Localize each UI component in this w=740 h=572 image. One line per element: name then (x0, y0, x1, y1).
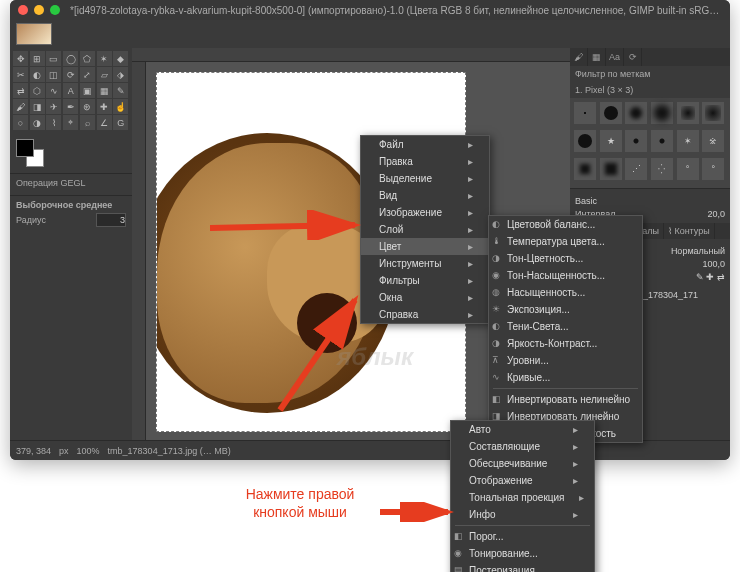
font-tab-icon[interactable]: Aa (606, 48, 624, 66)
menu-levels[interactable]: ⊼Уровни... (489, 352, 642, 369)
tool-scissors[interactable]: ✂ (13, 67, 28, 82)
menu-edit[interactable]: Правка▸ (361, 153, 489, 170)
mode-value[interactable]: Нормальный (671, 246, 725, 256)
history-tab-icon[interactable]: ⟳ (624, 48, 642, 66)
menu-info[interactable]: Инфо▸ (451, 506, 594, 523)
tool-smudge[interactable]: ☝ (113, 99, 128, 114)
tool-warp[interactable]: ∿ (46, 83, 61, 98)
maximize-icon[interactable] (50, 5, 60, 15)
tool-rect-select[interactable]: ▭ (46, 51, 61, 66)
status-zoom[interactable]: 100% (77, 446, 100, 456)
menu-exposure[interactable]: ☀Экспозиция... (489, 301, 642, 318)
menu-posterize[interactable]: ▤Постеризация... (451, 562, 594, 572)
tool-gegl[interactable]: G (113, 115, 128, 130)
menu-help[interactable]: Справка▸ (361, 306, 489, 323)
tool-fuzzy-select[interactable]: ✶ (97, 51, 112, 66)
pattern-tab-icon[interactable]: ▦ (588, 48, 606, 66)
minimize-icon[interactable] (34, 5, 44, 15)
tool-foreground[interactable]: ◐ (30, 67, 45, 82)
brush-item[interactable] (600, 102, 622, 124)
tool-path[interactable]: ⌇ (46, 115, 61, 130)
brush-item[interactable] (677, 102, 699, 124)
menu-tools[interactable]: Инструменты▸ (361, 255, 489, 272)
tool-crop[interactable]: ◫ (46, 67, 61, 82)
tool-zoom[interactable]: ⌕ (80, 115, 95, 130)
tool-measure[interactable]: ∠ (97, 115, 112, 130)
image-tab-thumb[interactable] (16, 23, 52, 45)
tool-flip[interactable]: ⇄ (13, 83, 28, 98)
tool-heal[interactable]: ✚ (97, 99, 112, 114)
tool-airbrush[interactable]: ✈ (46, 99, 61, 114)
tool-gradient[interactable]: ▦ (97, 83, 112, 98)
tool-free-select[interactable]: ⬠ (80, 51, 95, 66)
tool-ink[interactable]: ✒ (63, 99, 78, 114)
tool-perspective[interactable]: ⬗ (113, 67, 128, 82)
brush-item[interactable]: ° (702, 158, 724, 180)
status-unit[interactable]: px (59, 446, 69, 456)
menu-desaturate[interactable]: Обесцвечивание▸ (451, 455, 594, 472)
brush-item[interactable] (574, 102, 596, 124)
menu-invert-nonlinear[interactable]: ◧Инвертировать нелинейно (489, 391, 642, 408)
tab-paths[interactable]: ⌇ Контуры (664, 223, 715, 239)
lock-icons[interactable]: ✎ ✚ ⇄ (696, 272, 725, 282)
menu-file[interactable]: Файл▸ (361, 136, 489, 153)
close-icon[interactable] (18, 5, 28, 15)
menu-select[interactable]: Выделение▸ (361, 170, 489, 187)
brush-item[interactable]: ★ (600, 130, 622, 152)
brush-item[interactable]: ※ (702, 130, 724, 152)
tool-color-select[interactable]: ◆ (113, 51, 128, 66)
radius-input[interactable] (96, 213, 126, 227)
menu-shadows-highlights[interactable]: ◐Тени-Света... (489, 318, 642, 335)
tool-dodge[interactable]: ◑ (30, 115, 45, 130)
menu-saturation[interactable]: ◍Насыщенность... (489, 284, 642, 301)
brush-item[interactable]: ° (677, 158, 699, 180)
tool-shear[interactable]: ▱ (97, 67, 112, 82)
menu-color-balance[interactable]: ◐Цветовой баланс... (489, 216, 642, 233)
menu-hue-chroma[interactable]: ◑Тон-Цветность... (489, 250, 642, 267)
menu-layer[interactable]: Слой▸ (361, 221, 489, 238)
brush-item[interactable]: ✶ (677, 130, 699, 152)
brush-item[interactable]: ⁛ (651, 158, 673, 180)
brush-item[interactable] (702, 102, 724, 124)
tool-eraser[interactable]: ◨ (30, 99, 45, 114)
tool-scale[interactable]: ⤢ (80, 67, 95, 82)
menu-hue-saturation[interactable]: ◉Тон-Насыщенность... (489, 267, 642, 284)
tool-rotate[interactable]: ⟳ (63, 67, 78, 82)
brush-item[interactable] (600, 158, 622, 180)
tool-text[interactable]: A (63, 83, 78, 98)
brush-item[interactable] (625, 130, 647, 152)
menu-threshold[interactable]: ◧Порог... (451, 528, 594, 545)
tool-move[interactable]: ✥ (13, 51, 28, 66)
brush-item[interactable] (625, 102, 647, 124)
tool-clone[interactable]: ⊛ (80, 99, 95, 114)
menu-tonemapping[interactable]: Тональная проекция▸ (451, 489, 594, 506)
tool-align[interactable]: ⊞ (30, 51, 45, 66)
tool-ellipse-select[interactable]: ◯ (63, 51, 78, 66)
brush-item[interactable]: ⋰ (625, 158, 647, 180)
tool-cage[interactable]: ⬡ (30, 83, 45, 98)
tool-bucket[interactable]: ▣ (80, 83, 95, 98)
interval-value[interactable]: 20,0 (707, 209, 725, 219)
tool-pencil[interactable]: ✎ (113, 83, 128, 98)
menu-filters[interactable]: Фильтры▸ (361, 272, 489, 289)
brush-item[interactable] (574, 130, 596, 152)
brush-item[interactable] (651, 130, 673, 152)
menu-map[interactable]: Отображение▸ (451, 472, 594, 489)
tool-color-picker[interactable]: ⌖ (63, 115, 78, 130)
brush-tab-icon[interactable]: 🖌 (570, 48, 588, 66)
menu-components[interactable]: Составляющие▸ (451, 438, 594, 455)
menu-curves[interactable]: ∿Кривые... (489, 369, 642, 386)
tool-blur[interactable]: ○ (13, 115, 28, 130)
menu-colors[interactable]: Цвет▸ (361, 238, 489, 255)
menu-brightness-contrast[interactable]: ◑Яркость-Контраст... (489, 335, 642, 352)
menu-auto[interactable]: Авто▸ (451, 421, 594, 438)
menu-windows[interactable]: Окна▸ (361, 289, 489, 306)
menu-color-temp[interactable]: 🌡Температура цвета... (489, 233, 642, 250)
tool-paintbrush[interactable]: 🖌 (13, 99, 28, 114)
foreground-color[interactable] (16, 139, 34, 157)
menu-view[interactable]: Вид▸ (361, 187, 489, 204)
brush-item[interactable] (651, 102, 673, 124)
menu-colorize[interactable]: ◉Тонирование... (451, 545, 594, 562)
brush-item[interactable] (574, 158, 596, 180)
menu-image[interactable]: Изображение▸ (361, 204, 489, 221)
